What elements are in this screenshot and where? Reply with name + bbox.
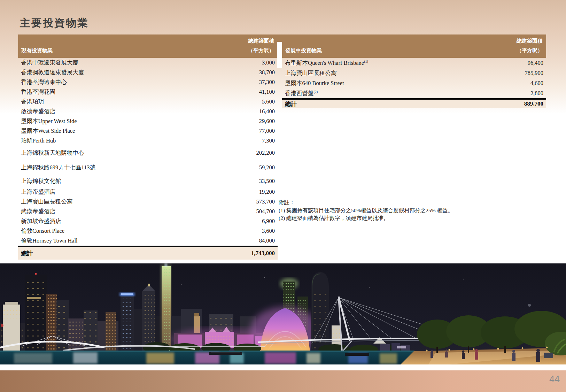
table-row: 墨爾本640 Bourke Street4,600	[282, 78, 546, 88]
footnote-2: (2) 總建築面積為估計數字，須經市建局批准。	[279, 214, 547, 222]
gfa-value: 3,600	[262, 228, 275, 235]
property-name: 墨爾本640 Bourke Street	[285, 79, 344, 87]
table-row: 香港荃灣花園41,100	[18, 87, 278, 97]
gfa-value: 5,600	[262, 98, 275, 105]
property-name: 墨爾本Upper West Side	[21, 117, 77, 125]
footer-bar: 44	[0, 370, 566, 392]
skyline-photo	[0, 263, 566, 364]
gfa-value: 785,900	[525, 70, 543, 77]
table-row: 啟德帝盛酒店16,400	[18, 107, 278, 116]
gfa-value: 504,700	[256, 208, 275, 215]
total-label: 總計	[285, 100, 297, 108]
gfa-value: 37,300	[259, 79, 275, 86]
property-name: 武漢帝盛酒店	[21, 208, 55, 215]
footnote-ref: (2)	[314, 90, 318, 93]
table-row: 香港珀玥5,600	[18, 97, 278, 107]
gfa-value: 41,100	[259, 89, 275, 95]
gfa-value: 19,200	[259, 189, 275, 195]
property-name: 上海錦秋新天地購物中心	[21, 149, 84, 157]
table-row: 香港中環遠東發展大廈3,000	[18, 58, 278, 68]
property-name: 香港彌敦道遠東發展大廈	[21, 69, 84, 76]
gfa-value: 4,600	[530, 80, 543, 87]
table-row: 香港荃灣遠東中心37,300	[18, 77, 278, 87]
existing-properties-table: 總建築面積 現有投資物業 （平方呎） 香港中環遠東發展大廈3,000香港彌敦道遠…	[18, 34, 278, 260]
development-properties-table-header: 總建築面積 發展中投資物業 （平方呎）	[282, 34, 546, 58]
table-divider	[277, 42, 282, 68]
property-name: 上海錦秋文化館	[21, 177, 61, 185]
property-name: 上海寶山區長租公寓	[21, 198, 73, 206]
gfa-value: 3,000	[262, 59, 275, 66]
table-row: 墨爾本West Side Place77,000	[18, 126, 278, 136]
existing-properties-rows: 香港中環遠東發展大廈3,000香港彌敦道遠東發展大廈38,700香港荃灣遠東中心…	[18, 58, 278, 246]
table-row: 香港西營盤(2)2,800	[282, 88, 546, 98]
development-properties-table: 總建築面積 發展中投資物業 （平方呎） 布里斯本Queen's Wharf Br…	[282, 34, 546, 108]
gfa-value: 7,300	[262, 137, 275, 144]
table-row: 香港彌敦道遠東發展大廈38,700	[18, 68, 278, 77]
gfa-header-right: 總建築面積	[517, 38, 543, 44]
table-row: 上海寶山區長租公寓573,700	[18, 197, 278, 207]
gfa-value: 16,400	[259, 108, 275, 115]
slide: 主要投資物業 總建築面積 現有投資物業 （平方呎） 香港中環遠東發展大廈3,00…	[0, 0, 566, 392]
footnote-ref: (1)	[364, 59, 368, 63]
property-name: 珀斯Perth Hub	[21, 137, 56, 145]
table-row: 上海帝盛酒店19,200	[18, 187, 278, 197]
category-header-left: 現有投資物業	[21, 47, 53, 54]
page-number: 44	[549, 374, 560, 385]
property-name: 香港荃灣遠東中心	[21, 78, 67, 86]
existing-properties-table-header: 總建築面積 現有投資物業 （平方呎）	[18, 34, 278, 58]
unit-header-right: （平方呎）	[517, 47, 543, 54]
table-row: 上海錦秋新天地購物中心202,200	[18, 146, 278, 160]
river-water	[0, 351, 414, 364]
footnote-1: (1) 集團持有該項目住宅部分之50%權益以及綜合度假村部分之25% 權益。	[279, 207, 547, 215]
property-name: 倫敦Hornsey Town Hall	[21, 237, 78, 245]
gfa-value: 38,700	[259, 69, 275, 76]
total-label: 總計	[21, 249, 33, 258]
table-row: 上海寶山區長租公寓785,900	[282, 68, 546, 78]
table-row: 倫敦Hornsey Town Hall84,000	[18, 236, 278, 246]
table-row: 上海錦秋路699弄十七區113號59,200	[18, 160, 278, 175]
property-name: 香港荃灣花園	[21, 88, 55, 96]
gfa-value: 6,900	[262, 218, 275, 225]
footnotes-heading: 附註：	[279, 199, 547, 207]
table-row: 新加坡帝盛酒店6,900	[18, 216, 278, 226]
table-row: 墨爾本Upper West Side29,600	[18, 116, 278, 126]
footnotes: 附註： (1) 集團持有該項目住宅部分之50%權益以及綜合度假村部分之25% 權…	[279, 199, 547, 222]
gfa-value: 202,200	[256, 149, 275, 156]
property-name: 墨爾本West Side Place	[21, 127, 75, 135]
table-row: 布里斯本Queen's Wharf Brisbane(1)96,400	[282, 58, 546, 68]
gfa-value: 33,500	[259, 178, 275, 185]
table-row: 倫敦Consort Place3,600	[18, 226, 278, 236]
total-value: 889,700	[524, 100, 543, 107]
property-name: 啟德帝盛酒店	[21, 108, 55, 115]
category-header-right: 發展中投資物業	[285, 47, 322, 54]
gfa-value: 84,000	[259, 237, 275, 244]
page-title: 主要投資物業	[20, 16, 89, 30]
gfa-value: 59,200	[259, 164, 275, 171]
unit-header-left: （平方呎）	[248, 47, 274, 54]
property-name: 倫敦Consort Place	[21, 227, 64, 235]
gfa-value: 29,600	[259, 118, 275, 125]
gfa-value: 96,400	[528, 60, 543, 67]
property-name: 上海帝盛酒店	[21, 188, 55, 196]
table-row: 武漢帝盛酒店504,700	[18, 207, 278, 216]
gfa-value: 77,000	[259, 128, 275, 134]
property-name: 上海錦秋路699弄十七區113號	[21, 164, 95, 171]
total-value: 1,743,000	[251, 250, 275, 257]
table-row: 珀斯Perth Hub7,300	[18, 136, 278, 146]
property-name: 新加坡帝盛酒店	[21, 217, 61, 225]
property-name: 上海寶山區長租公寓	[285, 69, 337, 77]
existing-properties-total-row: 總計 1,743,000	[18, 246, 278, 260]
development-properties-total-row: 總計 889,700	[282, 98, 546, 108]
gfa-value: 573,700	[256, 198, 275, 205]
property-name: 香港中環遠東發展大廈	[21, 59, 78, 67]
property-name: 布里斯本Queen's Wharf Brisbane(1)	[285, 59, 368, 67]
table-row: 上海錦秋文化館33,500	[18, 175, 278, 187]
gfa-value: 2,800	[530, 90, 543, 97]
development-properties-rows: 布里斯本Queen's Wharf Brisbane(1)96,400上海寶山區…	[282, 58, 546, 98]
property-name: 香港珀玥	[21, 98, 44, 106]
gfa-header-left: 總建築面積	[248, 38, 274, 44]
property-name: 香港西營盤(2)	[285, 90, 318, 97]
